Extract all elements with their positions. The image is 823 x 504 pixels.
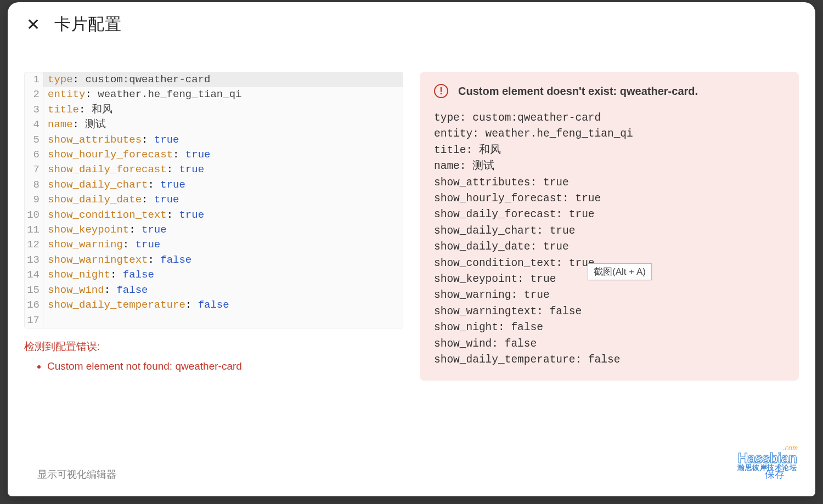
line-number: 13 bbox=[25, 253, 43, 268]
code-content[interactable]: show_daily_date: true bbox=[43, 192, 403, 207]
editor-line[interactable]: 1type: custom:qweather-card bbox=[25, 72, 403, 87]
code-content[interactable]: title: 和风 bbox=[43, 103, 403, 117]
line-number: 8 bbox=[25, 178, 43, 192]
editor-line[interactable]: 6show_hourly_forecast: true bbox=[25, 148, 403, 162]
editor-line[interactable]: 5show_attributes: true bbox=[25, 133, 403, 148]
line-number: 11 bbox=[25, 223, 43, 237]
code-content[interactable]: show_daily_temperature: false bbox=[43, 298, 403, 313]
code-content[interactable]: show_hourly_forecast: true bbox=[43, 148, 403, 162]
config-error-heading: 检测到配置错误: bbox=[24, 339, 403, 354]
dialog-footer: 显示可视化编辑器 保存 bbox=[8, 460, 815, 496]
editor-line[interactable]: 15show_wind: false bbox=[25, 283, 403, 298]
editor-line[interactable]: 13show_warningtext: false bbox=[25, 253, 403, 268]
code-content[interactable]: show_night: false bbox=[43, 268, 403, 282]
code-content[interactable]: entity: weather.he_feng_tian_qi bbox=[43, 87, 403, 102]
editor-line[interactable]: 7show_daily_forecast: true bbox=[25, 162, 403, 177]
card-config-dialog: ✕ 卡片配置 1type: custom:qweather-card2entit… bbox=[8, 2, 815, 496]
editor-line[interactable]: 9show_daily_date: true bbox=[25, 192, 403, 207]
config-error-list: Custom element not found: qweather-card bbox=[47, 360, 403, 372]
save-button[interactable]: 保存 bbox=[765, 468, 785, 481]
config-error-item: Custom element not found: qweather-card bbox=[47, 360, 403, 372]
editor-line[interactable]: 17 bbox=[25, 313, 403, 328]
line-number: 7 bbox=[25, 162, 43, 177]
code-content[interactable]: show_warningtext: false bbox=[43, 253, 403, 268]
code-content[interactable]: name: 测试 bbox=[43, 117, 403, 132]
error-title: Custom element doesn't exist: qweather-c… bbox=[458, 85, 698, 98]
code-content[interactable] bbox=[43, 313, 403, 328]
line-number: 17 bbox=[25, 313, 43, 328]
line-number: 4 bbox=[25, 117, 43, 132]
editor-line[interactable]: 3title: 和风 bbox=[25, 103, 403, 117]
editor-line[interactable]: 14show_night: false bbox=[25, 268, 403, 282]
code-content[interactable]: show_wind: false bbox=[43, 283, 403, 298]
line-number: 6 bbox=[25, 148, 43, 162]
error-yaml-dump: type: custom:qweather-card entity: weath… bbox=[434, 110, 785, 369]
left-pane: 1type: custom:qweather-card2entity: weat… bbox=[24, 72, 403, 372]
code-content[interactable]: show_attributes: true bbox=[43, 133, 403, 148]
editor-line[interactable]: 16show_daily_temperature: false bbox=[25, 298, 403, 313]
line-number: 15 bbox=[25, 283, 43, 298]
line-number: 9 bbox=[25, 192, 43, 207]
dialog-header: ✕ 卡片配置 bbox=[8, 2, 815, 39]
screenshot-tooltip: 截图(Alt + A) bbox=[588, 263, 652, 280]
code-content[interactable]: type: custom:qweather-card bbox=[43, 72, 403, 87]
preview-error-panel: Custom element doesn't exist: qweather-c… bbox=[420, 72, 799, 381]
line-number: 16 bbox=[25, 298, 43, 313]
line-number: 5 bbox=[25, 133, 43, 148]
editor-line[interactable]: 8show_daily_chart: true bbox=[25, 178, 403, 192]
code-content[interactable]: show_warning: true bbox=[43, 237, 403, 252]
line-number: 14 bbox=[25, 268, 43, 282]
editor-line[interactable]: 4name: 测试 bbox=[25, 117, 403, 132]
alert-icon bbox=[434, 84, 448, 98]
code-content[interactable]: show_daily_chart: true bbox=[43, 178, 403, 192]
close-icon[interactable]: ✕ bbox=[26, 16, 40, 33]
dialog-title: 卡片配置 bbox=[54, 13, 121, 36]
dialog-body: 1type: custom:qweather-card2entity: weat… bbox=[8, 39, 815, 460]
line-number: 1 bbox=[25, 72, 43, 87]
line-number: 10 bbox=[25, 208, 43, 223]
show-visual-editor-button[interactable]: 显示可视化编辑器 bbox=[37, 468, 116, 481]
yaml-editor[interactable]: 1type: custom:qweather-card2entity: weat… bbox=[24, 72, 403, 329]
right-pane: Custom element doesn't exist: qweather-c… bbox=[420, 72, 799, 381]
line-number: 2 bbox=[25, 87, 43, 102]
editor-line[interactable]: 10show_condition_text: true bbox=[25, 208, 403, 223]
editor-line[interactable]: 12show_warning: true bbox=[25, 237, 403, 252]
editor-line[interactable]: 11show_keypoint: true bbox=[25, 223, 403, 237]
line-number: 12 bbox=[25, 237, 43, 252]
code-content[interactable]: show_keypoint: true bbox=[43, 223, 403, 237]
line-number: 3 bbox=[25, 103, 43, 117]
editor-line[interactable]: 2entity: weather.he_feng_tian_qi bbox=[25, 87, 403, 102]
error-header: Custom element doesn't exist: qweather-c… bbox=[434, 84, 785, 98]
code-content[interactable]: show_daily_forecast: true bbox=[43, 162, 403, 177]
code-content[interactable]: show_condition_text: true bbox=[43, 208, 403, 223]
